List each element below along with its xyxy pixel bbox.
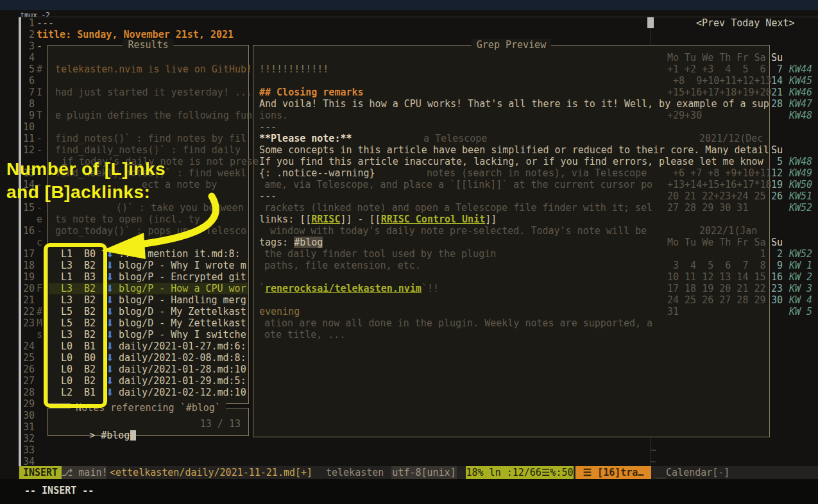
calendar-sunday-cell: 12 [767,167,783,179]
statusline: INSERT ⎇ main! <ettelkasten/daily/2021-1… [19,466,818,479]
calendar-week-number: KW52 [789,202,812,214]
calendar-days: +15+16+17+18+19+20 [667,87,772,98]
terminal-screen: tmux -2 Results Grep Preview Notes refer… [0,0,818,504]
calendar-days: 27 28 29 30 31 [667,202,748,214]
preview-text-segment: RRISC Control Unit [381,214,486,225]
calendar-days: 10 11 12 13 14 15 [667,271,766,283]
calendar-row: 12KW52 [0,248,818,260]
calendar-week-number: KW48 [789,156,812,167]
mode-message: -- INSERT -- [24,485,94,496]
entry-text: daily/2021-01-27.md:6: [119,340,246,352]
annotation-text-line2: and [B]acklinks: [6,182,150,203]
grep-preview-title: Grep Preview [472,39,551,51]
calendar-days: 31 [667,306,679,317]
preview-text-segment: ]] - [[ [340,214,380,225]
calendar-days: 1 [667,248,766,260]
calendar-row: +15+16+17+18+19+2021KW46 [0,87,818,98]
calendar-row: Mo Tu We Th Fr SaSu [0,52,818,63]
results-title: Results [123,39,173,51]
preview-line: links: [[RRISC]] - [[RRISC Control Unit]… [259,214,497,225]
calendar-row: 2022/1(Jan [0,225,818,237]
annotation-text-line1: Number of [L]inks [6,159,166,180]
result-counter: 13 / 13 [200,418,241,430]
cursor-position: 18% ln :12/66☰%:50 [466,466,574,479]
calendar-sunday-cell: 19 [767,179,783,190]
calendar-days: Mo Tu We Th Fr Sa [667,52,766,63]
line-number: 27 [17,375,35,387]
calendar-row: Mo Tu We Th Fr SaSu [0,237,818,248]
calendar-days: Mo Tu We Th Fr Sa [667,237,766,248]
calendar-days: 2021/12(Dec [699,133,763,144]
plugin-name: telekasten [326,466,384,479]
buffer-margin-char: e [37,214,42,225]
calendar-days: 24 25 26 27 28 29 [667,294,766,306]
entry-text: blog/P - Why I switche [119,329,246,340]
line-number: 28 [17,387,35,398]
search-query: #blog [101,430,130,441]
preview-text-segment: --- [259,121,277,133]
calendar-week-number: KW50 [789,179,812,190]
line-number: 30 [17,410,35,421]
line-number: 26 [17,364,35,375]
calendar-week-number: KW47 [789,98,812,110]
calendar-days: +13+14+15+16+17*18 [667,179,772,190]
calendar-week-number: KW45 [789,75,812,87]
calendar-days: 2022/1(Jan [699,225,757,237]
entry-text: daily/2021-02-12.md:10 [119,387,246,398]
line-number: 10 [17,121,35,133]
calendar-row: 10 11 12 13 14 1516KW 2 [0,271,818,283]
results-background-line: ts note to open (incl. ty [55,214,200,225]
calendar-row: 3 4 5 6 7 89KW 1 [0,260,818,271]
calendar-week-number: KW 3 [789,283,812,294]
tmux-bar: tmux -2 [0,0,818,10]
calendar-week-number: KW46 [789,87,812,98]
calendar-row: 28KW47 [0,98,818,110]
calendar-sunday-cell: 16 [767,271,783,283]
preview-text-segment: ation are now all done in the plugin. We… [264,317,652,329]
links-columns-highlight [44,243,107,408]
empty-line-tilde: ~ [651,444,656,456]
calendar-week-number: KW 2 [789,271,812,283]
git-branch: ⎇ main! [62,466,107,479]
calendar-sunday-cell: 2 [767,248,783,260]
line-number: 23 [17,317,35,329]
git-branch-name: main! [78,467,107,478]
git-branch-icon: ⎇ [62,467,72,478]
calendar-days: +8 9+10+11+12+13 [667,75,772,87]
line-number: 29 [17,398,35,410]
calendar-sunday-cell: Su [767,52,783,63]
text-cursor [130,430,136,441]
calendar-days: +1 +2 +3 4 5 6 [667,63,766,75]
calendar-sunday-cell: Su [767,144,783,156]
calendar-sunday-cell: 9 [767,260,783,271]
line-number: 24 [17,340,35,352]
calendar-sunday-cell: 21 [767,87,783,98]
calendar-row: 24 25 26 27 28 2930KW 4 [0,294,818,306]
calendar-week-number: KW51 [789,190,812,202]
calendar-sunday-cell: 23 [767,283,783,294]
line-number: 32 [17,433,35,444]
window-separator-block [647,17,654,28]
calendar-row: 2021/12(Dec [0,133,818,144]
calendar-row: 27 28 29 30 31KW52 [0,202,818,214]
calendar-week-number: KW44 [789,63,812,75]
calendar-week-number: KW49 [789,167,812,179]
calendar-buffer-label: __Calendar[-] [654,466,729,479]
prompt-symbol: > [89,430,95,441]
search-prompt[interactable]: >#blog [55,418,136,453]
notes-prompt-window: Notes referencing `#blog` >#blog 13 / 13 [47,408,249,436]
entry-text: blog/D - My Zettelkast [119,317,246,329]
calendar-sunday-cell: 7 [767,63,783,75]
buffer-margin-char: M [37,317,42,329]
calendar-sunday-cell: 26 [767,190,783,202]
trailing-whitespace-warning: ☰ [16]tra… [575,466,651,479]
calendar-nav[interactable]: <Prev Today Next> [696,17,795,29]
line-number: 2 [17,29,35,40]
calendar-week-number: KW 1 [789,260,812,271]
calendar-row: +8 9+10+11+12+1314KW45 [0,75,818,87]
calendar-week-number: KW48 [789,110,812,121]
calendar-row: 17 18 19 20 21 2223KW 3 [0,283,818,294]
calendar-days: 20 21 22+23+24 25 [667,190,766,202]
calendar-week-number: KW 5 [789,306,812,317]
calendar-row: 31KW 5 [0,306,818,317]
